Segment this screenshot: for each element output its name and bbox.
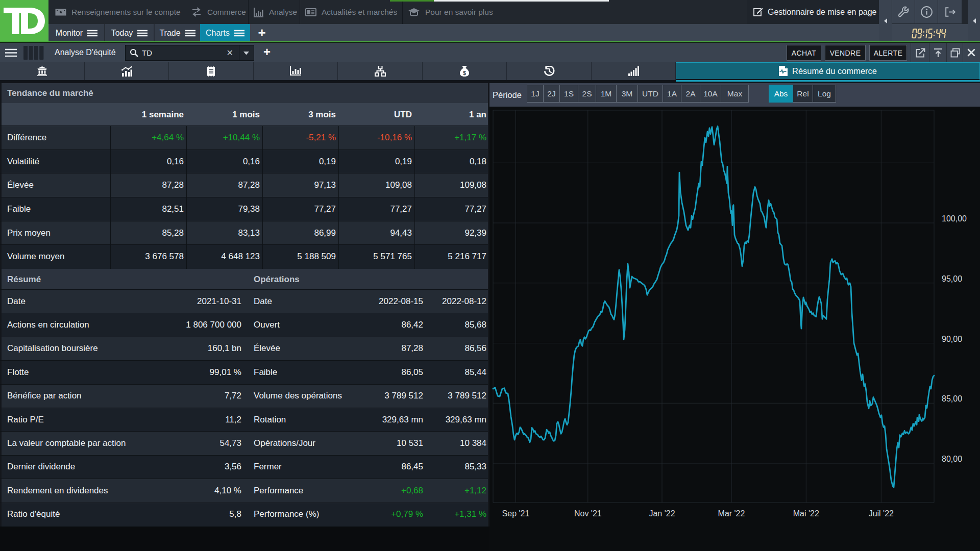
svg-text:$: $ [463, 70, 466, 76]
svg-text:100,00: 100,00 [942, 214, 967, 223]
svg-text:Mar '22: Mar '22 [718, 509, 745, 518]
svg-text:Nov '21: Nov '21 [574, 509, 602, 518]
svg-text:Sep '21: Sep '21 [502, 509, 530, 518]
svg-text:Juil '22: Juil '22 [869, 509, 894, 518]
svg-text:95,00: 95,00 [942, 274, 962, 283]
svg-text:85,00: 85,00 [942, 394, 962, 403]
svg-text:Jan '22: Jan '22 [649, 509, 675, 518]
svg-text:80,00: 80,00 [942, 455, 962, 463]
svg-text:90,00: 90,00 [942, 335, 962, 343]
svg-text:Mai '22: Mai '22 [793, 509, 819, 518]
